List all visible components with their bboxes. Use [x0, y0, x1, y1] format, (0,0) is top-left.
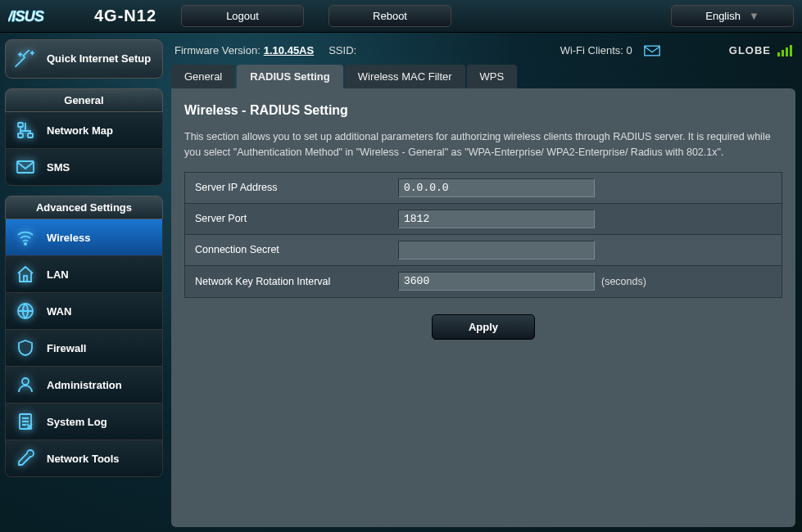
tab-radius-setting[interactable]: RADIUS Setting	[237, 65, 343, 88]
wifi-clients-label: Wi-Fi Clients: 0	[560, 44, 632, 56]
advanced-section-header: Advanced Settings	[5, 196, 163, 219]
mail-indicator-icon[interactable]	[644, 45, 660, 56]
tab-bar: General RADIUS Setting Wireless MAC Filt…	[171, 65, 795, 88]
home-icon	[16, 264, 35, 284]
status-bar: Firmware Version: 1.10.45AS SSID: Wi-Fi …	[171, 38, 795, 65]
svg-rect-4	[17, 161, 34, 173]
row-key-rotation: Network Key Rotation Interval (seconds)	[185, 266, 782, 297]
svg-point-8	[22, 378, 29, 385]
sidebar-item-wireless[interactable]: Wireless	[6, 219, 162, 255]
logout-button[interactable]: Logout	[181, 5, 304, 27]
sidebar-item-network-map[interactable]: Network Map	[6, 112, 162, 148]
panel-description: This section allows you to set up additi…	[184, 129, 782, 160]
label-connection-secret: Connection Secret	[185, 244, 398, 255]
brand-logo: /ISUS	[8, 5, 82, 28]
person-icon	[16, 375, 35, 394]
svg-text:/ISUS: /ISUS	[8, 8, 44, 25]
log-icon	[16, 412, 35, 431]
chevron-down-icon: ▼	[749, 10, 759, 22]
panel-title: Wireless - RADIUS Setting	[184, 103, 782, 118]
wireless-icon	[16, 228, 35, 247]
input-connection-secret[interactable]	[398, 241, 595, 259]
label-key-rotation: Network Key Rotation Interval	[185, 276, 398, 287]
wifi-clients-count: 0	[627, 44, 632, 56]
svg-point-5	[25, 243, 26, 245]
settings-form: Server IP Address Server Port Connection…	[184, 172, 782, 298]
sidebar-item-administration[interactable]: Administration	[6, 366, 162, 403]
svg-rect-10	[645, 46, 659, 56]
language-label: English	[705, 10, 741, 22]
row-server-ip: Server IP Address	[185, 173, 782, 204]
reboot-button[interactable]: Reboot	[329, 5, 451, 27]
firmware-label: Firmware Version:	[174, 44, 261, 56]
sidebar-item-label: LAN	[47, 268, 69, 281]
model-name: 4G-N12	[94, 7, 156, 25]
tab-wireless-mac-filter[interactable]: Wireless MAC Filter	[345, 65, 465, 88]
sidebar-item-label: Administration	[47, 379, 122, 391]
suffix-seconds: (seconds)	[601, 276, 646, 287]
language-selector[interactable]: English ▼	[671, 5, 794, 27]
sidebar-item-label: Firewall	[47, 342, 86, 354]
main-content: Firmware Version: 1.10.45AS SSID: Wi-Fi …	[168, 33, 802, 532]
general-nav: Network Map SMS	[5, 112, 163, 186]
row-connection-secret: Connection Secret	[185, 235, 782, 266]
sidebar-item-system-log[interactable]: System Log	[6, 403, 162, 440]
sidebar-item-network-tools[interactable]: Network Tools	[6, 440, 162, 476]
svg-rect-1	[18, 123, 23, 127]
row-server-port: Server Port	[185, 204, 782, 235]
label-server-port: Server Port	[185, 213, 398, 224]
shield-icon	[16, 338, 35, 358]
wizard-icon	[14, 50, 39, 68]
sidebar-item-wan[interactable]: WAN	[6, 292, 162, 329]
tools-icon	[16, 449, 35, 468]
firmware-version[interactable]: 1.10.45AS	[264, 44, 314, 56]
signal-bars-icon	[777, 45, 792, 56]
label-server-ip: Server IP Address	[185, 182, 398, 193]
settings-panel: Wireless - RADIUS Setting This section a…	[171, 88, 795, 527]
svg-rect-6	[24, 276, 27, 282]
globe-icon	[16, 301, 35, 321]
sidebar-item-firewall[interactable]: Firewall	[6, 329, 162, 366]
input-server-ip[interactable]	[398, 178, 595, 197]
quick-internet-setup-button[interactable]: Quick Internet Setup	[5, 39, 163, 79]
ssid-label: SSID:	[329, 44, 356, 56]
input-server-port[interactable]	[398, 210, 595, 228]
quick-internet-setup-label: Quick Internet Setup	[47, 52, 151, 65]
sidebar: Quick Internet Setup General Network Map…	[0, 33, 168, 532]
sidebar-item-label: Network Map	[47, 124, 113, 137]
sidebar-item-label: Wireless	[47, 232, 90, 244]
carrier-name: GLOBE	[729, 44, 771, 56]
sidebar-item-label: WAN	[47, 305, 71, 318]
sidebar-item-sms[interactable]: SMS	[6, 148, 162, 185]
sidebar-item-label: Network Tools	[47, 453, 120, 465]
sidebar-item-label: SMS	[47, 161, 70, 174]
tab-wps[interactable]: WPS	[467, 65, 518, 88]
svg-rect-3	[28, 133, 33, 138]
tab-general[interactable]: General	[171, 65, 235, 88]
advanced-nav: Wireless LAN WAN Firewall Administration	[5, 219, 163, 477]
input-key-rotation[interactable]	[398, 272, 595, 291]
general-section-header: General	[5, 88, 163, 112]
apply-button[interactable]: Apply	[432, 314, 535, 340]
sidebar-item-lan[interactable]: LAN	[6, 255, 162, 292]
sidebar-item-label: System Log	[47, 416, 107, 428]
mail-icon	[16, 157, 35, 177]
network-map-icon	[16, 120, 35, 140]
svg-rect-2	[18, 133, 23, 138]
top-bar: /ISUS 4G-N12 Logout Reboot English ▼	[0, 0, 802, 33]
